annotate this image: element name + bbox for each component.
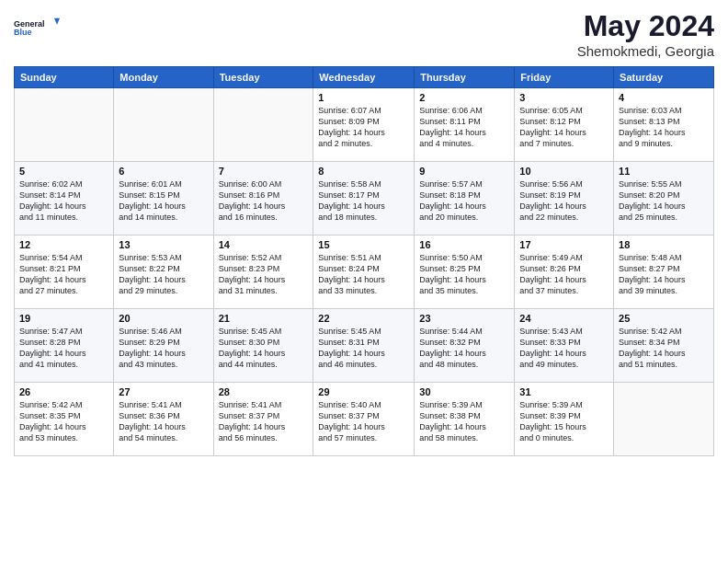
- day-info: Sunrise: 6:03 AMSunset: 8:13 PMDaylight:…: [619, 105, 709, 150]
- table-row: 16Sunrise: 5:50 AMSunset: 8:25 PMDayligh…: [415, 236, 515, 309]
- table-row: 24Sunrise: 5:43 AMSunset: 8:33 PMDayligh…: [515, 309, 614, 383]
- day-info: Sunrise: 5:46 AMSunset: 8:29 PMDaylight:…: [119, 326, 208, 371]
- day-number: 16: [419, 239, 509, 250]
- table-row: 18Sunrise: 5:48 AMSunset: 8:27 PMDayligh…: [614, 236, 714, 309]
- col-saturday: Saturday: [614, 67, 714, 88]
- table-row: 19Sunrise: 5:47 AMSunset: 8:28 PMDayligh…: [15, 309, 114, 383]
- day-info: Sunrise: 5:45 AMSunset: 8:30 PMDaylight:…: [219, 326, 309, 371]
- location: Shemokmedi, Georgia: [577, 43, 714, 59]
- day-info: Sunrise: 5:41 AMSunset: 8:37 PMDaylight:…: [219, 399, 309, 444]
- col-tuesday: Tuesday: [213, 67, 313, 88]
- table-row: 27Sunrise: 5:41 AMSunset: 8:36 PMDayligh…: [114, 383, 213, 456]
- page: General Blue May 2024 Shemokmedi, Georgi…: [0, 0, 728, 563]
- logo-svg: General Blue: [14, 9, 60, 46]
- calendar: Sunday Monday Tuesday Wednesday Thursday…: [14, 66, 714, 456]
- day-number: 24: [519, 313, 609, 324]
- day-number: 31: [519, 386, 609, 397]
- table-row: 9Sunrise: 5:57 AMSunset: 8:18 PMDaylight…: [415, 162, 515, 236]
- col-wednesday: Wednesday: [313, 67, 415, 88]
- day-info: Sunrise: 5:39 AMSunset: 8:39 PMDaylight:…: [519, 399, 609, 444]
- day-info: Sunrise: 5:56 AMSunset: 8:19 PMDaylight:…: [519, 178, 609, 224]
- calendar-week-row: 12Sunrise: 5:54 AMSunset: 8:21 PMDayligh…: [15, 236, 714, 309]
- col-friday: Friday: [515, 67, 614, 88]
- day-info: Sunrise: 5:51 AMSunset: 8:24 PMDaylight:…: [318, 252, 409, 297]
- day-info: Sunrise: 6:07 AMSunset: 8:09 PMDaylight:…: [318, 105, 409, 150]
- day-number: 2: [419, 92, 509, 103]
- table-row: 23Sunrise: 5:44 AMSunset: 8:32 PMDayligh…: [415, 309, 515, 383]
- day-number: 27: [119, 386, 208, 397]
- calendar-week-row: 26Sunrise: 5:42 AMSunset: 8:35 PMDayligh…: [15, 383, 714, 456]
- logo: General Blue: [14, 9, 60, 46]
- day-number: 19: [19, 313, 108, 324]
- day-number: 9: [419, 166, 509, 177]
- col-sunday: Sunday: [15, 67, 114, 88]
- table-row: 25Sunrise: 5:42 AMSunset: 8:34 PMDayligh…: [614, 309, 714, 383]
- table-row: 17Sunrise: 5:49 AMSunset: 8:26 PMDayligh…: [515, 236, 614, 309]
- table-row: 28Sunrise: 5:41 AMSunset: 8:37 PMDayligh…: [213, 383, 313, 456]
- table-row: 14Sunrise: 5:52 AMSunset: 8:23 PMDayligh…: [213, 236, 313, 309]
- day-number: 20: [119, 313, 208, 324]
- day-info: Sunrise: 5:40 AMSunset: 8:37 PMDaylight:…: [318, 399, 409, 444]
- col-monday: Monday: [114, 67, 213, 88]
- day-info: Sunrise: 5:54 AMSunset: 8:21 PMDaylight:…: [19, 252, 108, 297]
- table-row: 1Sunrise: 6:07 AMSunset: 8:09 PMDaylight…: [313, 88, 415, 162]
- day-info: Sunrise: 5:50 AMSunset: 8:25 PMDaylight:…: [419, 252, 509, 297]
- table-row: [614, 383, 714, 456]
- day-info: Sunrise: 6:00 AMSunset: 8:16 PMDaylight:…: [219, 178, 309, 224]
- day-info: Sunrise: 5:41 AMSunset: 8:36 PMDaylight:…: [119, 399, 208, 444]
- day-number: 10: [519, 166, 609, 177]
- col-thursday: Thursday: [415, 67, 515, 88]
- table-row: 2Sunrise: 6:06 AMSunset: 8:11 PMDaylight…: [415, 88, 515, 162]
- table-row: 11Sunrise: 5:55 AMSunset: 8:20 PMDayligh…: [614, 162, 714, 236]
- day-number: 3: [519, 92, 609, 103]
- day-info: Sunrise: 5:43 AMSunset: 8:33 PMDaylight:…: [519, 326, 609, 371]
- day-number: 21: [219, 313, 309, 324]
- table-row: 8Sunrise: 5:58 AMSunset: 8:17 PMDaylight…: [313, 162, 415, 236]
- day-info: Sunrise: 5:58 AMSunset: 8:17 PMDaylight:…: [318, 178, 409, 224]
- svg-text:Blue: Blue: [14, 28, 32, 37]
- day-number: 26: [19, 386, 108, 397]
- table-row: [213, 88, 313, 162]
- day-number: 11: [619, 166, 709, 177]
- table-row: [15, 88, 114, 162]
- day-number: 4: [619, 92, 709, 103]
- table-row: 6Sunrise: 6:01 AMSunset: 8:15 PMDaylight…: [114, 162, 213, 236]
- day-info: Sunrise: 5:53 AMSunset: 8:22 PMDaylight:…: [119, 252, 208, 297]
- day-number: 15: [318, 239, 409, 250]
- day-info: Sunrise: 5:49 AMSunset: 8:26 PMDaylight:…: [519, 252, 609, 297]
- day-number: 14: [219, 239, 309, 250]
- day-info: Sunrise: 5:55 AMSunset: 8:20 PMDaylight:…: [619, 178, 709, 224]
- day-info: Sunrise: 5:48 AMSunset: 8:27 PMDaylight:…: [619, 252, 709, 297]
- table-row: 13Sunrise: 5:53 AMSunset: 8:22 PMDayligh…: [114, 236, 213, 309]
- day-info: Sunrise: 5:47 AMSunset: 8:28 PMDaylight:…: [19, 326, 108, 371]
- day-number: 8: [318, 166, 409, 177]
- day-info: Sunrise: 6:02 AMSunset: 8:14 PMDaylight:…: [19, 178, 108, 224]
- calendar-week-row: 19Sunrise: 5:47 AMSunset: 8:28 PMDayligh…: [15, 309, 714, 383]
- day-info: Sunrise: 5:52 AMSunset: 8:23 PMDaylight:…: [219, 252, 309, 297]
- header: General Blue May 2024 Shemokmedi, Georgi…: [14, 9, 714, 59]
- table-row: 22Sunrise: 5:45 AMSunset: 8:31 PMDayligh…: [313, 309, 415, 383]
- table-row: 15Sunrise: 5:51 AMSunset: 8:24 PMDayligh…: [313, 236, 415, 309]
- table-row: 12Sunrise: 5:54 AMSunset: 8:21 PMDayligh…: [15, 236, 114, 309]
- day-info: Sunrise: 6:05 AMSunset: 8:12 PMDaylight:…: [519, 105, 609, 150]
- table-row: 4Sunrise: 6:03 AMSunset: 8:13 PMDaylight…: [614, 88, 714, 162]
- day-number: 22: [318, 313, 409, 324]
- month-year: May 2024: [577, 9, 714, 43]
- day-number: 13: [119, 239, 208, 250]
- calendar-week-row: 1Sunrise: 6:07 AMSunset: 8:09 PMDaylight…: [15, 88, 714, 162]
- table-row: 5Sunrise: 6:02 AMSunset: 8:14 PMDaylight…: [15, 162, 114, 236]
- day-info: Sunrise: 5:42 AMSunset: 8:34 PMDaylight:…: [619, 326, 709, 371]
- table-row: 31Sunrise: 5:39 AMSunset: 8:39 PMDayligh…: [515, 383, 614, 456]
- day-number: 5: [19, 166, 108, 177]
- table-row: 3Sunrise: 6:05 AMSunset: 8:12 PMDaylight…: [515, 88, 614, 162]
- day-info: Sunrise: 5:44 AMSunset: 8:32 PMDaylight:…: [419, 326, 509, 371]
- day-number: 7: [219, 166, 309, 177]
- table-row: 21Sunrise: 5:45 AMSunset: 8:30 PMDayligh…: [213, 309, 313, 383]
- day-info: Sunrise: 5:39 AMSunset: 8:38 PMDaylight:…: [419, 399, 509, 444]
- day-number: 28: [219, 386, 309, 397]
- day-number: 12: [19, 239, 108, 250]
- day-info: Sunrise: 6:06 AMSunset: 8:11 PMDaylight:…: [419, 105, 509, 150]
- day-info: Sunrise: 6:01 AMSunset: 8:15 PMDaylight:…: [119, 178, 208, 224]
- table-row: 7Sunrise: 6:00 AMSunset: 8:16 PMDaylight…: [213, 162, 313, 236]
- table-row: [114, 88, 213, 162]
